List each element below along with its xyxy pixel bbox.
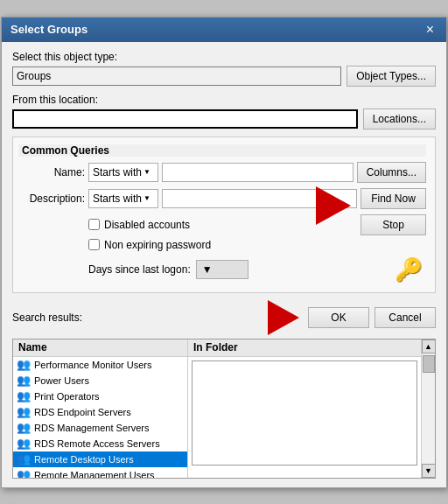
list-items-container: 👥Performance Monitor Users👥Power Users👥P… <box>13 357 187 479</box>
stop-button[interactable]: Stop <box>360 214 426 235</box>
disabled-accounts-label: Disabled accounts <box>104 219 190 231</box>
group-icon: 👥 <box>17 374 31 387</box>
disabled-accounts-checkbox[interactable] <box>88 219 100 230</box>
name-combo-arrow: ▼ <box>144 168 150 176</box>
list-item[interactable]: 👥RDS Remote Access Servers <box>13 436 187 452</box>
days-combo-arrow: ▼ <box>202 263 213 276</box>
desc-query-row: Description: Starts with ▼ Find Now <box>22 188 426 209</box>
group-icon: 👥 <box>17 405 31 418</box>
key-icon: 🔑 <box>395 256 423 284</box>
results-area: Name 👥Performance Monitor Users👥Power Us… <box>12 339 436 479</box>
list-item[interactable]: 👥RDS Management Servers <box>13 420 187 436</box>
name-query-input[interactable] <box>162 163 354 182</box>
location-label: From this location: <box>12 94 436 106</box>
find-now-arrow-icon <box>316 186 351 225</box>
select-groups-dialog: Select Groups × Select this object type:… <box>1 17 447 488</box>
list-item-name: Remote Management Users <box>34 470 155 479</box>
search-results-header: Search results: OK Cancel <box>12 300 436 335</box>
infolder-box <box>192 360 417 466</box>
ok-arrow-icon <box>268 300 299 335</box>
desc-combo-arrow: ▼ <box>144 194 150 202</box>
group-icon: 👥 <box>17 452 31 466</box>
object-type-row: Object Types... <box>12 66 436 87</box>
non-expiring-checkbox[interactable] <box>88 239 100 250</box>
non-expiring-label: Non expiring password <box>104 239 211 251</box>
scroll-down-button[interactable]: ▼ <box>422 464 436 478</box>
group-icon: 👥 <box>17 437 31 450</box>
list-item[interactable]: 👥Remote Desktop Users <box>13 452 187 467</box>
list-item-name: Remote Desktop Users <box>34 454 134 465</box>
find-now-button[interactable]: Find Now <box>360 188 426 209</box>
location-row: Locations... <box>12 108 436 130</box>
list-item-name: Performance Monitor Users <box>34 360 152 370</box>
scroll-thumb[interactable] <box>423 355 435 373</box>
list-item[interactable]: 👥Print Operators <box>13 388 187 404</box>
object-types-button[interactable]: Object Types... <box>346 66 436 87</box>
group-icon: 👥 <box>17 468 31 479</box>
name-col-header: Name <box>13 340 187 357</box>
object-type-input[interactable] <box>12 66 341 86</box>
list-item-name: RDS Endpoint Servers <box>34 407 131 417</box>
search-results-label: Search results: <box>12 312 82 324</box>
disabled-accounts-row: Disabled accounts Stop <box>88 214 426 235</box>
common-queries-tab: Common Queries <box>18 144 426 157</box>
name-column: Name 👥Performance Monitor Users👥Power Us… <box>13 340 188 478</box>
group-icon: 👥 <box>17 358 31 371</box>
days-since-select[interactable]: ▼ <box>196 260 248 279</box>
location-input[interactable] <box>12 109 358 129</box>
common-queries-group: Common Queries Name: Starts with ▼ Colum… <box>12 136 436 293</box>
list-item[interactable]: 👥Power Users <box>13 373 187 388</box>
ok-button[interactable]: OK <box>308 307 369 328</box>
list-item-name: RDS Management Servers <box>34 423 149 433</box>
desc-query-label: Description: <box>22 192 85 205</box>
title-bar: Select Groups × <box>2 18 446 42</box>
group-icon: 👥 <box>17 421 31 434</box>
group-icon: 👥 <box>17 389 31 402</box>
scroll-up-button[interactable]: ▲ <box>422 340 436 354</box>
infolder-col-header: In Folder <box>188 340 421 357</box>
non-expiring-row: Non expiring password <box>88 239 426 251</box>
infolder-column: In Folder <box>188 340 421 478</box>
days-since-label: Days since last logon: <box>88 263 191 276</box>
object-type-label: Select this object type: <box>12 51 436 63</box>
name-query-row: Name: Starts with ▼ Columns... <box>22 162 426 183</box>
scrollbar: ▲ ▼ <box>421 340 435 478</box>
list-item-name: Power Users <box>34 375 89 386</box>
dialog-body: Select this object type: Object Types...… <box>2 42 446 487</box>
list-item[interactable]: 👥Remote Management Users <box>13 467 187 479</box>
desc-starts-with-select[interactable]: Starts with ▼ <box>88 189 158 208</box>
list-item[interactable]: 👥Performance Monitor Users <box>13 357 187 373</box>
name-starts-with-select[interactable]: Starts with ▼ <box>88 163 158 182</box>
name-query-label: Name: <box>22 166 85 178</box>
cancel-button[interactable]: Cancel <box>374 307 436 328</box>
close-button[interactable]: × <box>423 23 438 37</box>
list-item[interactable]: 👥RDS Endpoint Servers <box>13 404 187 420</box>
locations-button[interactable]: Locations... <box>363 108 436 130</box>
list-item-name: Print Operators <box>34 391 100 402</box>
dialog-title: Select Groups <box>10 23 88 36</box>
columns-button[interactable]: Columns... <box>357 162 426 183</box>
list-item-name: RDS Remote Access Servers <box>34 438 160 449</box>
ok-cancel-row: OK Cancel <box>268 300 436 335</box>
